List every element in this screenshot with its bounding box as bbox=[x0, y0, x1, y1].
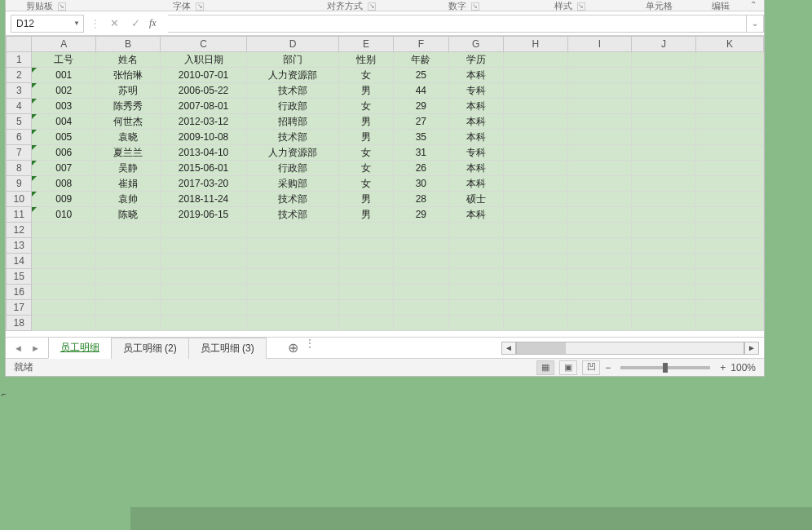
cell[interactable]: 男 bbox=[338, 130, 393, 145]
tab-nav-next-icon[interactable]: ► bbox=[31, 343, 40, 353]
cell[interactable]: 30 bbox=[394, 176, 448, 192]
cell[interactable] bbox=[632, 316, 696, 331]
cell[interactable] bbox=[503, 176, 567, 192]
cell[interactable] bbox=[338, 254, 393, 269]
cell[interactable] bbox=[632, 269, 696, 285]
sheet-tab[interactable]: 员工明细 (3) bbox=[188, 338, 267, 359]
cell[interactable] bbox=[503, 68, 567, 83]
zoom-level[interactable]: 100% bbox=[730, 362, 756, 373]
hscroll-left-icon[interactable]: ◄ bbox=[501, 342, 516, 355]
col-header-E[interactable]: E bbox=[338, 37, 393, 52]
cell[interactable] bbox=[32, 285, 96, 300]
select-all-corner[interactable] bbox=[7, 37, 32, 52]
cell[interactable] bbox=[448, 238, 503, 254]
col-header-F[interactable]: F bbox=[394, 37, 448, 52]
cell[interactable] bbox=[503, 285, 567, 300]
cell[interactable] bbox=[567, 207, 632, 223]
cell[interactable]: 26 bbox=[394, 161, 448, 176]
cell[interactable] bbox=[247, 285, 338, 300]
row-header[interactable]: 11 bbox=[7, 207, 32, 223]
cell[interactable] bbox=[96, 269, 161, 285]
cell[interactable] bbox=[695, 300, 763, 316]
cell[interactable] bbox=[160, 285, 247, 300]
cell[interactable] bbox=[567, 192, 632, 207]
cell[interactable] bbox=[32, 316, 96, 331]
cell[interactable] bbox=[32, 300, 96, 316]
cell[interactable]: 25 bbox=[394, 68, 448, 83]
cell[interactable]: 吴静 bbox=[96, 161, 161, 176]
cell[interactable]: 学历 bbox=[448, 52, 503, 68]
cell[interactable] bbox=[503, 145, 567, 161]
cell[interactable] bbox=[160, 254, 247, 269]
spreadsheet-grid[interactable]: ABCDEFGHIJK 1工号姓名入职日期部门性别年龄学历2001张怡琳2010… bbox=[6, 36, 764, 337]
cell[interactable]: 2015-06-01 bbox=[160, 161, 247, 176]
zoom-out-icon[interactable]: − bbox=[605, 362, 611, 373]
row-header[interactable]: 16 bbox=[7, 285, 32, 300]
cell[interactable] bbox=[394, 269, 448, 285]
name-box[interactable]: D12 ▼ bbox=[11, 15, 84, 33]
cell[interactable] bbox=[567, 130, 632, 145]
cell[interactable] bbox=[632, 192, 696, 207]
cell[interactable] bbox=[632, 99, 696, 114]
cell[interactable] bbox=[695, 316, 763, 331]
cell[interactable] bbox=[632, 207, 696, 223]
cell[interactable] bbox=[632, 223, 696, 238]
cell[interactable] bbox=[567, 316, 632, 331]
cell[interactable] bbox=[96, 238, 161, 254]
cell[interactable] bbox=[448, 300, 503, 316]
cell[interactable]: 2012-03-12 bbox=[160, 114, 247, 130]
cell[interactable]: 本科 bbox=[448, 68, 503, 83]
cell[interactable]: 张怡琳 bbox=[96, 68, 161, 83]
cell[interactable] bbox=[695, 130, 763, 145]
cell[interactable]: 44 bbox=[394, 83, 448, 99]
cell[interactable]: 2006-05-22 bbox=[160, 83, 247, 99]
cell[interactable] bbox=[503, 254, 567, 269]
cell[interactable] bbox=[160, 300, 247, 316]
cell[interactable] bbox=[567, 83, 632, 99]
cell[interactable]: 28 bbox=[394, 192, 448, 207]
col-header-A[interactable]: A bbox=[32, 37, 96, 52]
confirm-formula-icon[interactable]: ✓ bbox=[128, 17, 143, 29]
col-header-K[interactable]: K bbox=[695, 37, 763, 52]
cell[interactable]: 姓名 bbox=[96, 52, 161, 68]
cell[interactable]: 男 bbox=[338, 192, 393, 207]
cell[interactable] bbox=[503, 316, 567, 331]
cell[interactable]: 2010-07-01 bbox=[160, 68, 247, 83]
cell[interactable] bbox=[394, 300, 448, 316]
dialog-launcher-icon[interactable]: ↘ bbox=[471, 2, 479, 11]
hscroll-thumb[interactable] bbox=[517, 342, 566, 354]
cell[interactable]: 2018-11-24 bbox=[160, 192, 247, 207]
hscroll-track[interactable] bbox=[516, 342, 744, 355]
cell[interactable]: 专科 bbox=[448, 145, 503, 161]
cell[interactable] bbox=[247, 300, 338, 316]
cell[interactable]: 2019-06-15 bbox=[160, 207, 247, 223]
cell[interactable]: 27 bbox=[394, 114, 448, 130]
chevron-down-icon[interactable]: ▼ bbox=[73, 20, 80, 27]
cell[interactable] bbox=[96, 285, 161, 300]
cell[interactable] bbox=[503, 223, 567, 238]
cell[interactable]: 本科 bbox=[448, 161, 503, 176]
cell[interactable]: 人力资源部 bbox=[247, 145, 338, 161]
cell[interactable] bbox=[632, 114, 696, 130]
cell[interactable]: 苏明 bbox=[96, 83, 161, 99]
cell[interactable] bbox=[695, 52, 763, 68]
cell[interactable]: 男 bbox=[338, 83, 393, 99]
cell[interactable] bbox=[567, 269, 632, 285]
cell[interactable]: 男 bbox=[338, 207, 393, 223]
cell[interactable] bbox=[632, 52, 696, 68]
cell[interactable] bbox=[695, 254, 763, 269]
cell[interactable]: 001 bbox=[32, 68, 96, 83]
cell[interactable] bbox=[247, 223, 338, 238]
cell[interactable] bbox=[632, 254, 696, 269]
col-header-D[interactable]: D bbox=[247, 37, 338, 52]
row-header[interactable]: 17 bbox=[7, 300, 32, 316]
row-header[interactable]: 2 bbox=[7, 68, 32, 83]
col-header-H[interactable]: H bbox=[503, 37, 567, 52]
cell[interactable] bbox=[567, 52, 632, 68]
cell[interactable]: 29 bbox=[394, 99, 448, 114]
row-header[interactable]: 6 bbox=[7, 130, 32, 145]
cell[interactable] bbox=[32, 238, 96, 254]
zoom-knob[interactable] bbox=[663, 363, 668, 373]
cell[interactable] bbox=[338, 316, 393, 331]
row-header[interactable]: 18 bbox=[7, 316, 32, 331]
